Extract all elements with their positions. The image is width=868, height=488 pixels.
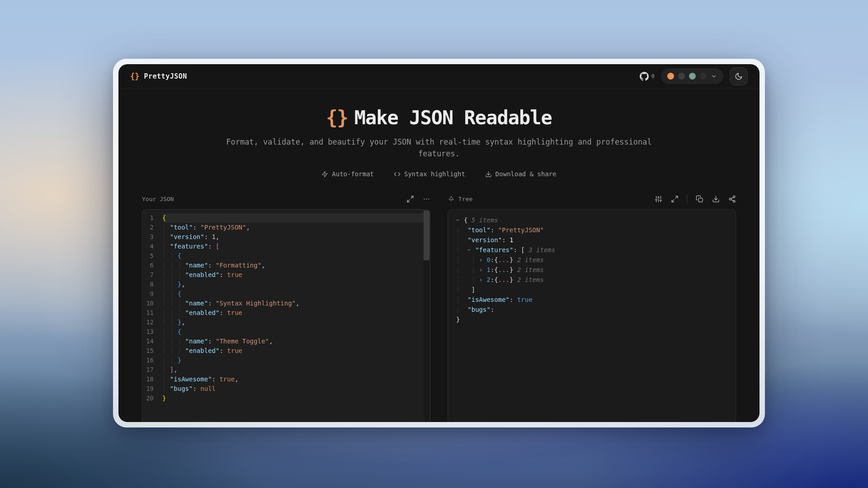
theme-dot-gray[interactable] xyxy=(700,73,707,80)
feature-autoformat: Auto-format xyxy=(321,170,374,178)
expand-icon xyxy=(406,195,414,203)
editor-line: 2│ "tool": "PrettyJSON", xyxy=(142,223,430,232)
editor-line: 20} xyxy=(142,394,430,403)
line-number: 4 xyxy=(142,242,162,251)
editor-line: 12│ │ }, xyxy=(142,318,430,327)
theme-dot-orange[interactable] xyxy=(667,73,674,80)
share-button[interactable] xyxy=(728,195,736,203)
line-number: 2 xyxy=(142,223,162,232)
json-editor[interactable]: 1{2│ "tool": "PrettyJSON",3│ "version": … xyxy=(142,209,430,422)
theme-dot-dark[interactable] xyxy=(678,73,685,80)
tree-rows: › { 5 items│ "tool": "PrettyJSON"│ "vers… xyxy=(448,210,736,330)
editor-line: 14│ │ │ "name": "Theme Toggle", xyxy=(142,337,430,346)
code-text: { xyxy=(162,213,430,223)
tree-panel-title: Tree xyxy=(448,195,472,202)
feature-label: Syntax highlight xyxy=(404,170,465,178)
tree-node: │ "bugs": xyxy=(456,305,727,314)
tree-node: │ "version": 1 xyxy=(456,235,727,245)
code-text: │ ], xyxy=(162,365,430,375)
editor-line: 4│ "features": [ xyxy=(142,242,430,251)
chevron-down-icon xyxy=(711,73,717,80)
editor-scrollbar-thumb[interactable] xyxy=(424,211,429,260)
line-number: 20 xyxy=(142,394,162,403)
line-number: 1 xyxy=(142,213,162,223)
line-number: 7 xyxy=(142,270,162,280)
line-number: 13 xyxy=(142,327,162,337)
editor-line: 11│ │ │ "enabled": true xyxy=(142,308,430,318)
download-button[interactable] xyxy=(712,195,720,203)
expand-tree-button[interactable] xyxy=(670,195,679,203)
tree-node-expandable[interactable]: │ › "features": [ 3 items xyxy=(456,245,727,255)
editor-scrollbar[interactable] xyxy=(424,210,429,422)
editor-line: 9│ │ { xyxy=(142,289,430,299)
sliders-icon xyxy=(655,195,662,203)
code-text: │ │ │ "enabled": true xyxy=(162,346,430,356)
editor-menu-button[interactable] xyxy=(422,195,430,203)
editor-panel-title: Your JSON xyxy=(142,196,174,202)
expand-editor-button[interactable] xyxy=(406,195,414,203)
tree-node-expandable[interactable]: │ │ › 2:{...} 2 items xyxy=(456,275,727,285)
code-text: │ │ │ "name": "Syntax Highlighting", xyxy=(162,299,430,308)
zap-icon xyxy=(321,171,328,178)
feature-label: Auto-format xyxy=(332,170,374,178)
code-text: │ │ } xyxy=(162,356,430,365)
editor-lines: 1{2│ "tool": "PrettyJSON",3│ "version": … xyxy=(142,210,430,403)
line-number: 8 xyxy=(142,280,162,289)
line-number: 10 xyxy=(142,299,162,308)
line-number: 15 xyxy=(142,346,162,356)
editor-label: Your JSON xyxy=(142,196,174,202)
editor-line: 18│ "isAwesome": true, xyxy=(142,375,430,384)
topbar: {} PrettyJSON 0 xyxy=(118,64,760,89)
hero-section: {}Make JSON Readable Format, validate, a… xyxy=(118,89,760,178)
code-icon xyxy=(394,171,401,178)
editor-line: 16│ │ } xyxy=(142,356,430,365)
code-text: │ │ { xyxy=(162,251,430,261)
tree-header-actions xyxy=(654,194,736,203)
code-text: │ "isAwesome": true, xyxy=(162,375,430,384)
moon-icon xyxy=(735,72,743,80)
header-divider xyxy=(687,194,687,203)
app-title: PrettyJSON xyxy=(144,72,187,80)
tree-panel: Tree xyxy=(448,193,736,422)
tree-node: │ "isAwesome": true xyxy=(456,295,727,305)
line-number: 17 xyxy=(142,365,162,375)
app-window: {} PrettyJSON 0 xyxy=(113,59,765,427)
code-text: │ │ { xyxy=(162,327,430,337)
github-icon xyxy=(640,72,649,81)
code-text: │ │ │ "name": "Theme Toggle", xyxy=(162,337,430,346)
code-text: │ │ │ "name": "Formatting", xyxy=(162,261,430,270)
copy-button[interactable] xyxy=(695,195,703,203)
line-number: 12 xyxy=(142,318,162,327)
view-options-button[interactable] xyxy=(654,195,662,203)
line-number: 6 xyxy=(142,261,162,270)
editor-line: 5│ │ { xyxy=(142,251,430,261)
ellipsis-icon xyxy=(423,195,430,203)
editor-line: 15│ │ │ "enabled": true xyxy=(142,346,430,356)
dark-mode-toggle[interactable] xyxy=(730,67,748,85)
tree-node-expandable[interactable]: │ │ › 0:{...} 2 items xyxy=(456,255,727,265)
tree-label: Tree xyxy=(458,196,472,202)
page-title: {}Make JSON Readable xyxy=(118,107,760,129)
tree-node-expandable[interactable]: │ │ › 1:{...} 2 items xyxy=(456,265,727,275)
tree-panel-header: Tree xyxy=(448,193,736,205)
logo-braces-icon: {} xyxy=(130,72,139,81)
editor-panel: Your JSON 1{2│ "tool": "PrettyJSON",3│ "… xyxy=(142,193,430,422)
tree-icon xyxy=(448,195,455,202)
line-number: 18 xyxy=(142,375,162,384)
tree-node: │ "tool": "PrettyJSON" xyxy=(456,225,727,235)
share-icon xyxy=(728,195,736,203)
code-text: │ "tool": "PrettyJSON", xyxy=(162,223,430,232)
github-button[interactable]: 0 xyxy=(640,72,655,81)
theme-dot-teal[interactable] xyxy=(689,73,696,80)
code-text: │ "bugs": null xyxy=(162,384,430,394)
code-text: │ "version": 1, xyxy=(162,232,430,242)
editor-line: 3│ "version": 1, xyxy=(142,232,430,242)
panels-row: Your JSON 1{2│ "tool": "PrettyJSON",3│ "… xyxy=(118,193,760,422)
feature-download-share: Download & share xyxy=(485,170,557,178)
tree-node-expandable[interactable]: › { 5 items xyxy=(456,215,727,225)
theme-selector[interactable] xyxy=(661,68,723,84)
expand-icon xyxy=(671,195,679,203)
feature-badges: Auto-format Syntax highlight Download & … xyxy=(118,170,760,178)
editor-line: 1{ xyxy=(142,213,430,223)
line-number: 16 xyxy=(142,356,162,365)
